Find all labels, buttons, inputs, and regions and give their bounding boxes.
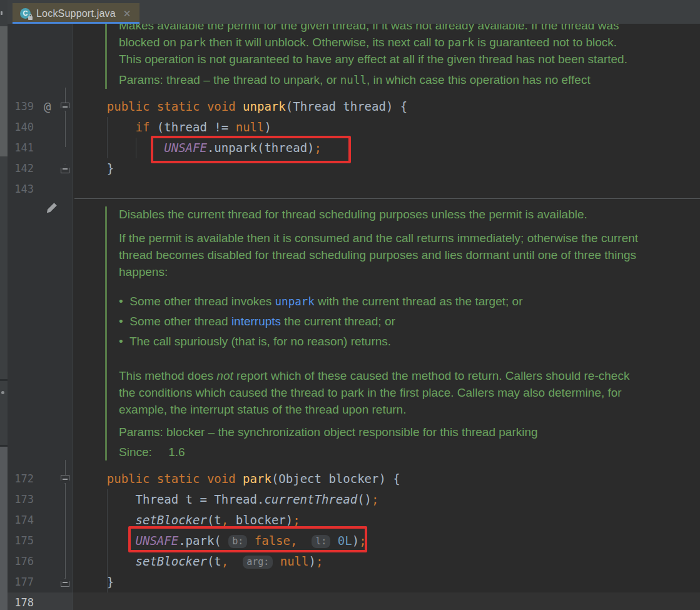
code-token: }: [78, 161, 114, 175]
code-token: [78, 492, 136, 506]
doc-line: This operation is not guaranteed to have…: [119, 51, 627, 68]
code-token: [273, 554, 280, 568]
code-line-173[interactable]: Thread t = Thread.currentThread();: [73, 489, 700, 510]
toolwindow-scrollbar-thumb[interactable]: [0, 26, 8, 156]
line-number: 178: [13, 592, 34, 610]
doc-text-run: report which of these caused the method …: [233, 369, 630, 382]
doc-line: the conditions which caused the thread t…: [119, 384, 622, 401]
doc-text-run: Since:: [119, 445, 152, 459]
code-token: ;: [316, 554, 323, 568]
doc-comment-bar: [105, 24, 107, 89]
gutter-rows-park: 172173174175176177178: [8, 469, 73, 610]
doc-link[interactable]: interrupts: [231, 315, 281, 328]
gutter-row-173: 173: [8, 489, 73, 510]
code-token: public static void: [107, 99, 243, 113]
code-line-143[interactable]: [73, 179, 700, 200]
doc-text-run: thread – the thread to unpark, or: [163, 73, 340, 86]
gutter-row-176: 176: [8, 551, 73, 572]
doc-line: Makes available the permit for the given…: [119, 24, 619, 34]
code-line-177[interactable]: }: [73, 572, 700, 592]
doc-comment-bar: [105, 206, 107, 460]
doc-text-run: 1.6: [152, 445, 185, 459]
line-number: 176: [13, 551, 34, 572]
code-line-178[interactable]: [73, 592, 700, 610]
doc-text-run: not: [216, 369, 233, 382]
code-token: [78, 120, 136, 134]
method-separator-line: [74, 198, 700, 199]
doc-text-run: , in which case this operation has no ef…: [367, 73, 591, 86]
code-token: [78, 554, 136, 568]
active-tab-underline: [13, 22, 139, 24]
gutter-row-142: 142: [8, 158, 73, 179]
strip-dot: [1, 391, 4, 394]
edit-doc-pencil-icon[interactable]: [46, 201, 58, 214]
code-token: [78, 472, 107, 485]
doc-line: Disables the current thread for thread s…: [119, 206, 587, 223]
fold-marker-end[interactable]: [61, 578, 69, 587]
code-token: Thread t = Thread.: [136, 492, 265, 506]
annotation-at-icon[interactable]: @: [44, 96, 51, 117]
code-line-172[interactable]: public static void park(Object blocker) …: [73, 469, 700, 489]
line-number: 140: [13, 117, 34, 138]
parameter-hint-chip: arg:: [243, 556, 273, 569]
strip-segment: [0, 156, 8, 379]
doc-since-line: Since: 1.6: [119, 444, 185, 460]
code-token: (Object blocker) {: [271, 472, 400, 485]
doc-text-run: Some other thread invokes: [129, 295, 275, 308]
code-token: unpark: [243, 99, 286, 113]
adjacent-tab-sliver: [1, 11, 3, 15]
code-token: ,: [221, 513, 228, 527]
code-token: null: [236, 120, 265, 134]
doc-params-line: Params: thread – the thread to unpark, o…: [119, 71, 591, 88]
doc-text-run: This operation is not guaranteed to have…: [119, 53, 627, 66]
doc-text-run: blocked on: [119, 36, 180, 49]
line-number: 173: [13, 489, 34, 510]
red-highlight-box-unpark-call: [151, 136, 351, 163]
code-token: setBlocker: [136, 554, 207, 568]
doc-link[interactable]: unpark: [275, 295, 315, 308]
fold-marker-start[interactable]: [61, 103, 69, 111]
code-token: null: [280, 554, 309, 568]
code-line-140[interactable]: if (thread != null): [73, 117, 700, 138]
doc-text-run: is guaranteed not to block.: [474, 36, 617, 49]
fold-marker-start[interactable]: [61, 475, 69, 484]
code-token: public static void: [107, 472, 243, 485]
code-token: setBlocker: [136, 513, 207, 527]
doc-text-run: with the current thread as the target; o…: [315, 295, 523, 308]
line-number: 142: [13, 158, 34, 179]
doc-text-run: the conditions which caused the thread t…: [119, 386, 622, 399]
code-token: ): [308, 554, 315, 568]
code-token: [228, 554, 243, 568]
red-highlight-box-park-call: [128, 526, 367, 552]
doc-text-run: •: [119, 335, 129, 348]
gutter-row-174: 174: [8, 510, 73, 531]
code-line-176[interactable]: setBlocker(t, arg: null);: [73, 551, 700, 572]
code-token: (Thread thread) {: [286, 99, 407, 113]
strip-segment: [0, 381, 8, 445]
doc-line: thread becomes disabled for thread sched…: [119, 247, 636, 263]
doc-text-run: blocker – the synchronization object res…: [163, 425, 538, 439]
doc-text-run: park: [180, 36, 206, 49]
doc-bullet-line: • Some other thread interrupts the curre…: [119, 313, 395, 330]
code-token: ,: [221, 554, 228, 568]
line-number: 139: [13, 96, 34, 117]
fold-marker-end[interactable]: [61, 165, 69, 173]
gutter-row-178: 178: [8, 592, 73, 610]
tab-close-icon[interactable]: ✕: [123, 8, 131, 19]
code-token: [78, 513, 136, 527]
editor-pane[interactable]: Makes available the permit for the given…: [73, 24, 700, 610]
toolwindow-scrollbar-thumb[interactable]: [0, 447, 8, 610]
gutter-row-172: 172: [8, 469, 73, 489]
gutter-row-141: 141: [8, 138, 73, 158]
doc-bullet-line: • Some other thread invokes unpark with …: [119, 293, 522, 310]
gutter-row-140: 140: [8, 117, 73, 138]
code-token: [78, 99, 107, 113]
line-number: 177: [13, 572, 34, 592]
java-class-icon: C: [20, 8, 31, 19]
doc-line: If the permit is available then it is co…: [119, 230, 638, 247]
code-token: }: [78, 575, 114, 589]
code-line-139[interactable]: public static void unpark(Thread thread)…: [73, 96, 700, 117]
ide-window: C LockSupport.java ✕ 139@140141142143 17…: [0, 0, 700, 610]
tab-locksupport-java[interactable]: C LockSupport.java ✕: [13, 3, 139, 24]
gutter-row-139: 139@: [8, 96, 73, 117]
